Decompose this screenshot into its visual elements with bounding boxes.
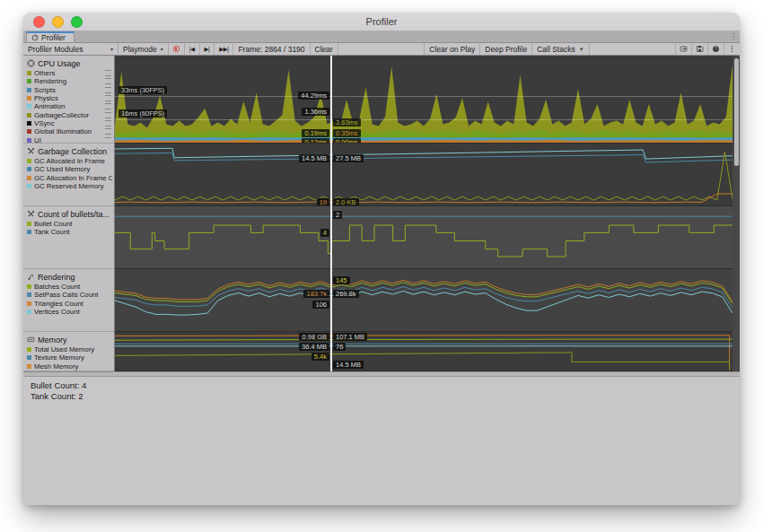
clear-label: Clear [315,45,333,54]
chart-cpu[interactable]: 33ms (30FPS)16ms (60FPS)44.29ms1.36ms0.1… [115,56,732,144]
chart-bullets[interactable]: 24 [115,206,732,269]
module-header-cpu[interactable]: CPU Usage [27,57,112,69]
series-bullet-count [115,225,732,257]
drag-handle-icon[interactable] [105,87,111,93]
series-others [115,65,732,144]
drag-handle-icon[interactable] [105,137,111,144]
legend-item-bullet-count[interactable]: Bullet Count [27,220,112,228]
legend-item-gc-allocation-in-frame-cour[interactable]: GC Allocation In Frame Cour [27,174,112,182]
legend-item-gc-allocated-in-frame[interactable]: GC Allocated In Frame [27,157,112,165]
drag-handle-icon[interactable] [105,120,111,126]
prev-frame-icon: |◀ [189,46,195,53]
toolbar-menu-button[interactable] [724,43,740,55]
legend-item-mesh-memory[interactable]: Mesh Memory [27,362,112,371]
profiler-modules-dropdown[interactable]: Profiler Modules ▾ [23,43,118,55]
clear-on-play-button[interactable]: Clear on Play [424,43,480,55]
drag-handle-icon[interactable] [105,70,111,76]
legend-color-swatch [27,310,31,314]
series-setpass-calls-count [115,287,732,309]
zoom-button[interactable] [71,16,83,28]
legend-item-vsync[interactable]: VSync [27,119,112,127]
titlebar[interactable]: Profiler [23,13,740,31]
drag-handle-icon[interactable] [105,128,111,135]
record-button[interactable] [169,43,185,55]
prev-frame-button[interactable]: |◀ [185,43,200,55]
clear-button[interactable]: Clear [311,43,338,55]
legend-color-swatch [27,355,31,360]
chevron-down-icon: ▾ [110,46,113,52]
module-row-gc: Garbage CollectionGC Allocated In FrameG… [23,144,740,206]
desktop: { "window": { "title": "Profiler" }, "ta… [0,0,763,532]
legend-item-others[interactable]: Others [27,69,112,77]
legend-item-global-illumination[interactable]: Global Illumination [27,127,112,135]
legend-label: Texture Memory [34,353,112,362]
legend-label: Triangles Count [34,300,112,308]
module-header-rendering[interactable]: Rendering [27,271,112,283]
load-profile-button[interactable] [675,43,691,55]
legend-color-swatch [27,301,31,306]
next-frame-button[interactable]: ▶| [200,43,215,55]
drag-handle-icon[interactable] [105,78,111,84]
chart-rendering[interactable]: 145183.7k269.8k106 [115,269,732,332]
module-header-gc[interactable]: Garbage Collection [27,145,112,157]
value-label: 5.4k [311,353,329,361]
value-label: 4 [320,229,329,237]
legend-item-animation[interactable]: Animation [27,102,112,110]
chart-memory[interactable]: 0.98 GB36.4 MB5.4k107.1 MB7614.5 MB [115,332,732,371]
legend-item-scripts[interactable]: Scripts [27,86,112,94]
value-label: 145 [333,276,350,284]
memory-chip-icon [27,336,35,344]
legend-item-gc-reserved-memory[interactable]: GC Reserved Memory [27,182,112,190]
value-label: 1.36ms [302,108,329,116]
legend-item-setpass-calls-count[interactable]: SetPass Calls Count [27,291,112,299]
kebab-menu-icon [728,45,736,53]
gridline-label: 33ms (30FPS) [118,86,167,94]
profiler-gauge-icon [31,34,39,41]
legend-item-vertices-count[interactable]: Vertices Count [27,308,112,316]
save-profile-button[interactable] [691,43,707,55]
legend-cpu: CPU UsageOthersRenderingScriptsPhysicsAn… [23,56,115,144]
traffic-lights [33,16,83,28]
help-button[interactable]: ? [707,43,724,55]
legend-item-garbagecollector[interactable]: GarbageCollector [27,110,112,118]
legend-item-batches-count[interactable]: Batches Count [27,283,112,291]
target-dropdown[interactable]: Playmode ▾ [118,43,169,55]
legend-item-tank-count[interactable]: Tank Count [27,228,112,236]
series-batches-count [115,283,732,304]
close-button[interactable] [33,16,45,28]
legend-label: Others [34,69,102,77]
minimize-button[interactable] [52,16,64,28]
module-header-bullets[interactable]: Count of bullets/ta... [27,208,112,220]
vertical-scrollbar-thumb[interactable] [734,58,739,166]
current-frame-button[interactable]: ▶▶| [215,43,233,55]
series-mem-olive [115,353,730,370]
value-label: 27.5 MB [333,154,364,162]
drag-handle-icon[interactable] [105,103,111,109]
playhead[interactable] [330,56,332,371]
module-header-memory[interactable]: Memory [27,334,112,345]
module-title: Count of bullets/ta... [38,210,110,219]
legend-item-gc-used-memory[interactable]: GC Used Memory [27,165,112,173]
legend-label: GarbageCollector [34,111,102,119]
pane-menu-icon[interactable]: ⋮ [730,32,736,40]
legend-item-physics[interactable]: Physics [27,94,112,102]
legend-item-rendering[interactable]: Rendering [27,77,112,85]
legend-label: Animation [34,102,102,110]
module-row-memory: MemoryTotal Used MemoryTexture MemoryMes… [23,332,740,371]
chart-gc[interactable]: 14.5 MB27.5 MB192.0 KB [115,144,732,206]
legend-item-ui[interactable]: UI [27,135,112,144]
legend-color-swatch [27,347,31,352]
module-row-bullets: Count of bullets/ta...Bullet CountTank C… [23,206,740,269]
legend-item-total-used-memory[interactable]: Total Used Memory [27,345,112,353]
legend-item-texture-memory[interactable]: Texture Memory [27,353,112,362]
tab-profiler[interactable]: Profiler [26,31,75,42]
legend-item-triangles-count[interactable]: Triangles Count [27,300,112,308]
drag-handle-icon[interactable] [105,95,111,101]
call-stacks-button[interactable]: Call Stacks ▼ [532,43,589,55]
deep-profile-button[interactable]: Deep Profile [480,43,532,55]
profiler-modules-label: Profiler Modules [28,45,83,54]
legend-color-swatch [27,159,31,163]
drag-handle-icon[interactable] [105,112,111,118]
deep-profile-label: Deep Profile [485,45,527,54]
record-icon [173,46,180,52]
